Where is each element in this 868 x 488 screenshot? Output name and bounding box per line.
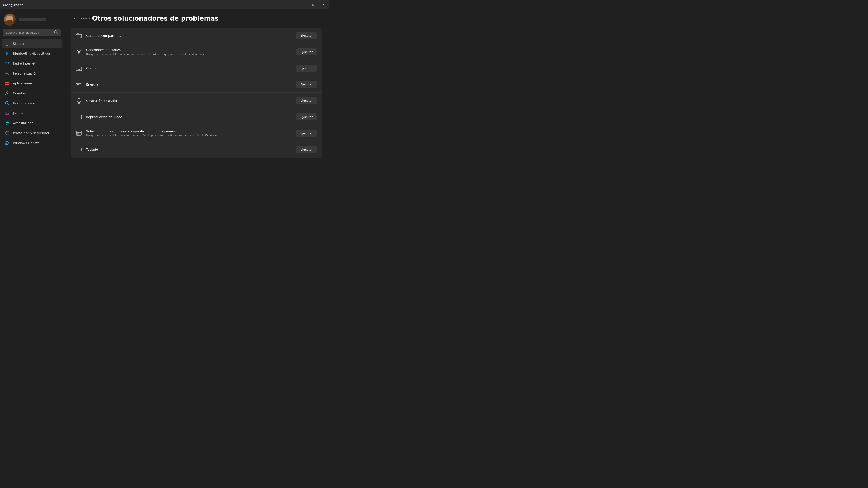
sistema-icon [5,41,10,46]
settings-window: Configuración ─ □ ✕ [0,0,329,184]
breadcrumb-chevron: › [89,17,90,20]
svg-point-14 [8,113,8,113]
item-desc-compatibilidad: Busque y corrija problemas con la ejecuc… [86,134,218,137]
sidebar-item-sistema[interactable]: Sistema [2,39,62,48]
svg-point-13 [8,113,8,113]
aplicaciones-icon [5,81,10,86]
sidebar-item-personalizacion[interactable]: Personalización [2,69,62,78]
svg-rect-10 [5,112,9,114]
item-desc-conexiones: Busque y corrija problemas con conexione… [86,53,205,56]
item-name-grabacion: Grabación de audio [86,99,117,103]
item-left-energia: Energía [75,81,98,88]
sidebar-item-bluetooth[interactable]: Bluetooth y dispositivos [2,49,62,58]
item-left-grabacion: Grabación de audio [75,97,117,104]
sidebar-item-accesibilidad[interactable]: Accesibilidad [2,119,62,128]
content-area: Sistema Bluetooth y dispositivos [0,9,329,184]
svg-rect-23 [78,98,80,101]
keyboard-icon [75,146,83,153]
avatar [4,14,16,26]
sidebar-item-label-hora: Hora e idioma [13,101,35,105]
item-left-camara: Cámara [75,65,98,72]
svg-point-18 [79,53,79,54]
video-icon [75,113,83,121]
item-text-reproduccion: Reproducción de vídeo [86,115,122,119]
item-left-teclado: Teclado [75,146,98,153]
sidebar-item-juegos[interactable]: Juegos [2,108,62,118]
svg-rect-5 [7,82,9,83]
sidebar-item-label-privacidad: Privacidad y seguridad [13,131,49,135]
svg-rect-16 [76,34,82,38]
battery-icon [75,81,83,88]
ejecutar-btn-conexiones[interactable]: Ejecutar [296,48,317,55]
troubleshooter-item-carpetas: Carpetas compartidas Ejecutar [71,28,322,44]
item-text-camara: Cámara [86,66,98,70]
ejecutar-btn-reproduccion[interactable]: Ejecutar [296,113,317,121]
svg-point-15 [7,121,8,122]
troubleshooter-item-reproduccion: Reproducción de vídeo Ejecutar [71,109,322,125]
minimize-button[interactable]: ─ [298,0,308,9]
sidebar-item-label-juegos: Juegos [13,111,23,115]
item-text-compatibilidad: Solución de problemas de compatibilidad … [86,129,218,137]
close-button[interactable]: ✕ [318,0,329,9]
troubleshooter-item-teclado: Teclado Ejecutar [71,141,322,158]
ejecutar-btn-grabacion[interactable]: Ejecutar [296,97,317,104]
item-left-compatibilidad: Solución de problemas de compatibilidad … [75,129,218,137]
sidebar-item-privacidad[interactable]: Privacidad y seguridad [2,128,62,138]
folder-network-icon [75,32,83,39]
troubleshooter-item-energia: Energía Ejecutar [71,76,322,93]
item-name-energia: Energía [86,83,98,86]
sidebar-item-cuentas[interactable]: Cuentas [2,89,62,98]
breadcrumb-dots: ••• [81,16,87,21]
svg-rect-19 [76,67,82,71]
item-name-compatibilidad: Solución de problemas de compatibilidad … [86,129,218,133]
titlebar-title: Configuración [3,3,23,6]
ejecutar-btn-energia[interactable]: Ejecutar [296,81,317,88]
sidebar-item-label-bluetooth: Bluetooth y dispositivos [13,52,51,55]
sidebar-item-aplicaciones[interactable]: Aplicaciones [2,78,62,88]
avatar-image [4,14,16,26]
item-left-carpetas: Carpetas compartidas [75,32,121,39]
ejecutar-btn-camara[interactable]: Ejecutar [296,65,317,72]
cuentas-icon [5,91,10,96]
item-text-grabacion: Grabación de audio [86,99,117,103]
item-text-carpetas: Carpetas compartidas [86,34,121,37]
svg-rect-0 [5,42,9,45]
troubleshooter-item-conexiones: Conexiones entrantes Busque y corrija pr… [71,44,322,60]
wifi-incoming-icon [75,48,83,56]
item-left-reproduccion: Reproducción de vídeo [75,113,122,121]
maximize-button[interactable]: □ [308,0,318,9]
item-text-teclado: Teclado [86,148,98,151]
breadcrumb: ••• › Otros solucionadores de problemas [71,15,322,22]
troubleshooter-item-compatibilidad: Solución de problemas de compatibilidad … [71,125,322,141]
search-input[interactable] [3,29,61,36]
back-button[interactable] [71,15,79,22]
sidebar-item-label-personalizacion: Personalización [13,72,37,75]
ejecutar-btn-teclado[interactable]: Ejecutar [296,146,317,153]
sidebar: Sistema Bluetooth y dispositivos [0,9,64,184]
item-name-teclado: Teclado [86,148,98,151]
svg-point-3 [7,65,7,65]
svg-rect-4 [5,82,7,83]
sidebar-item-hora[interactable]: Hora e idioma [2,98,62,108]
main-content: ••• › Otros solucionadores de problemas [64,9,329,184]
sidebar-item-label-sistema: Sistema [13,42,26,45]
ejecutar-btn-carpetas[interactable]: Ejecutar [296,32,317,39]
troubleshooter-item-camara: Cámara Ejecutar [71,60,322,76]
sidebar-item-label-accesibilidad: Accesibilidad [13,121,33,125]
compat-icon [75,130,83,137]
sidebar-item-label-update: Windows Update [13,141,39,145]
search-box [3,29,61,36]
item-name-conexiones: Conexiones entrantes [86,48,205,52]
bluetooth-icon [5,51,10,56]
privacidad-icon [5,131,10,135]
item-left-conexiones: Conexiones entrantes Busque y corrija pr… [75,48,205,56]
red-icon [5,61,10,66]
page-title: Otros solucionadores de problemas [92,15,219,22]
search-icon [54,30,59,35]
ejecutar-btn-compatibilidad[interactable]: Ejecutar [296,130,317,137]
microphone-icon [75,97,83,104]
troubleshooter-list: Carpetas compartidas Ejecutar [71,28,322,158]
sidebar-item-red[interactable]: Red e Internet [2,59,62,68]
sidebar-item-update[interactable]: Windows Update [2,138,62,148]
svg-rect-6 [5,84,7,85]
